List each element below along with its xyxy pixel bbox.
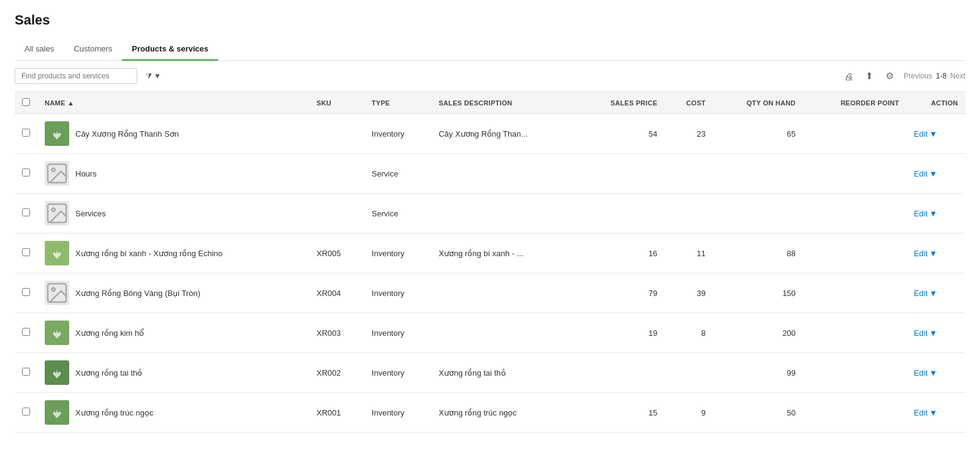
edit-label: Edit bbox=[914, 328, 927, 338]
product-action: Edit ▼ bbox=[907, 234, 965, 273]
filter-icon: ⧩ bbox=[146, 72, 152, 80]
edit-caret-icon: ▼ bbox=[929, 408, 937, 417]
product-image bbox=[45, 360, 69, 385]
product-qty-on-hand: 65 bbox=[713, 114, 803, 154]
product-action: Edit ▼ bbox=[907, 194, 965, 234]
tab-customers[interactable]: Customers bbox=[64, 38, 122, 61]
row-checkbox[interactable] bbox=[22, 328, 30, 336]
product-qty-on-hand: 99 bbox=[713, 353, 803, 393]
product-sales-price: 16 bbox=[578, 234, 665, 273]
product-action: Edit ▼ bbox=[907, 154, 965, 194]
product-image bbox=[45, 321, 69, 345]
product-qty-on-hand: 50 bbox=[713, 393, 803, 433]
row-checkbox[interactable] bbox=[22, 368, 30, 376]
col-header-cost: COST bbox=[665, 92, 713, 114]
product-sales-price bbox=[578, 194, 665, 234]
svg-rect-17 bbox=[56, 330, 58, 336]
product-name: Xương rồng bí xanh - Xương rồng Echino bbox=[75, 249, 222, 258]
product-cost: 39 bbox=[665, 273, 713, 313]
row-checkbox[interactable] bbox=[22, 288, 30, 296]
product-sales-price bbox=[578, 154, 665, 194]
col-header-type: TYPE bbox=[364, 92, 431, 114]
product-sku: XR004 bbox=[309, 273, 364, 313]
product-type: Inventory bbox=[364, 393, 431, 433]
product-sales-price: 79 bbox=[578, 273, 665, 313]
export-button[interactable]: ⬆ bbox=[863, 69, 876, 83]
settings-button[interactable]: ⚙ bbox=[883, 69, 896, 83]
tab-all-sales[interactable]: All sales bbox=[15, 38, 64, 61]
page-title: Sales bbox=[15, 12, 965, 28]
svg-point-7 bbox=[52, 208, 55, 211]
col-header-sku: SKU bbox=[309, 92, 364, 114]
product-reorder-point bbox=[803, 194, 907, 234]
product-sales-price: 54 bbox=[578, 114, 665, 154]
edit-label: Edit bbox=[914, 169, 927, 178]
pagination-next[interactable]: Next bbox=[950, 72, 965, 80]
product-type: Inventory bbox=[364, 273, 431, 313]
col-header-name[interactable]: NAME ▲ bbox=[37, 92, 309, 114]
table-row: Xương rồng kim hổXR003Inventory198200 Ed… bbox=[15, 313, 965, 353]
product-reorder-point bbox=[803, 393, 907, 433]
product-sku bbox=[309, 114, 364, 154]
row-checkbox[interactable] bbox=[22, 169, 30, 177]
filter-caret: ▼ bbox=[154, 72, 161, 80]
toolbar-left: ⧩ ▼ bbox=[15, 68, 165, 84]
product-action: Edit ▼ bbox=[907, 353, 965, 393]
product-sku bbox=[309, 154, 364, 194]
product-type: Inventory bbox=[364, 313, 431, 353]
product-cost: 11 bbox=[665, 234, 713, 273]
settings-icon: ⚙ bbox=[886, 70, 894, 81]
edit-label: Edit bbox=[914, 368, 927, 378]
row-checkbox[interactable] bbox=[22, 408, 30, 416]
filter-button[interactable]: ⧩ ▼ bbox=[142, 69, 165, 83]
svg-rect-11 bbox=[56, 251, 58, 256]
product-qty-on-hand: 200 bbox=[713, 313, 803, 353]
edit-button[interactable]: Edit ▼ bbox=[914, 368, 937, 378]
product-name: Services bbox=[75, 209, 106, 218]
tab-products-services[interactable]: Products & services bbox=[122, 38, 218, 61]
edit-button[interactable]: Edit ▼ bbox=[914, 209, 937, 218]
edit-button[interactable]: Edit ▼ bbox=[914, 249, 937, 258]
col-header-sales-price: SALES PRICE bbox=[578, 92, 665, 114]
edit-label: Edit bbox=[914, 209, 927, 218]
product-sales-price bbox=[578, 353, 665, 393]
product-sales-price: 19 bbox=[578, 313, 665, 353]
edit-label: Edit bbox=[914, 408, 927, 417]
pagination-range: 1-8 bbox=[936, 72, 946, 80]
col-header-reorder-point: REORDER POINT bbox=[803, 92, 907, 114]
col-header-qty-on-hand: QTY ON HAND bbox=[713, 92, 803, 114]
product-reorder-point bbox=[803, 114, 907, 154]
select-all-header bbox=[15, 92, 37, 114]
edit-button[interactable]: Edit ▼ bbox=[914, 408, 937, 417]
edit-button[interactable]: Edit ▼ bbox=[914, 328, 937, 338]
product-action: Edit ▼ bbox=[907, 114, 965, 154]
product-sales-description bbox=[431, 194, 578, 234]
table-row: Xương rồng trúc ngọcXR001InventoryXương … bbox=[15, 393, 965, 433]
product-image-placeholder bbox=[45, 281, 69, 305]
select-all-checkbox[interactable] bbox=[22, 98, 30, 106]
export-icon: ⬆ bbox=[865, 70, 873, 81]
pagination-previous[interactable]: Previous bbox=[903, 72, 932, 80]
print-button[interactable]: 🖨 bbox=[842, 70, 856, 83]
svg-rect-21 bbox=[56, 370, 58, 376]
pagination: Previous 1-8 Next bbox=[903, 72, 965, 80]
row-checkbox[interactable] bbox=[22, 129, 30, 137]
col-header-action: ACTION bbox=[907, 92, 965, 114]
product-action: Edit ▼ bbox=[907, 393, 965, 433]
search-input[interactable] bbox=[15, 68, 137, 84]
product-type: Inventory bbox=[364, 114, 431, 154]
edit-caret-icon: ▼ bbox=[929, 249, 937, 258]
svg-point-5 bbox=[52, 169, 55, 172]
product-sales-description bbox=[431, 273, 578, 313]
row-checkbox[interactable] bbox=[22, 248, 30, 256]
product-image bbox=[45, 400, 69, 425]
edit-button[interactable]: Edit ▼ bbox=[914, 289, 937, 298]
product-sales-description: Cây Xương Rồng Than... bbox=[431, 114, 578, 154]
product-sku: XR002 bbox=[309, 353, 364, 393]
toolbar-right: 🖨 ⬆ ⚙ Previous 1-8 Next bbox=[842, 69, 965, 83]
row-checkbox[interactable] bbox=[22, 208, 30, 216]
edit-button[interactable]: Edit ▼ bbox=[914, 129, 937, 139]
product-name: Xương rồng kim hổ bbox=[75, 328, 144, 338]
svg-rect-3 bbox=[56, 131, 58, 137]
edit-button[interactable]: Edit ▼ bbox=[914, 169, 937, 178]
